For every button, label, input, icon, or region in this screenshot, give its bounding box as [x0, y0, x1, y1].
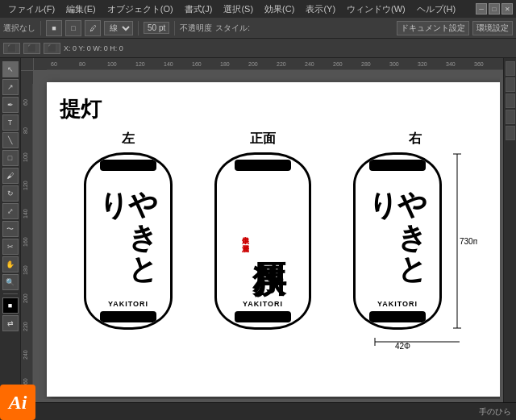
svg-text:120: 120: [135, 61, 145, 67]
horizontal-ruler: 60 80 100 120 140 160 180 200 220 240 26…: [34, 58, 503, 71]
lantern-center: 正面 串焼き居酒屋 厚狭川 YAKITORI: [214, 131, 311, 330]
left-toolbar: ↖ ↗ ✒ T ╲ □ 🖌 ↻ ⤢ 〜 ✂ ✋ 🔍 ■ ⇄: [0, 58, 21, 402]
cursor-tool-label: 手のひら: [479, 406, 511, 418]
document-title: 提灯: [60, 95, 102, 123]
menu-item-file[interactable]: ファイル(F): [3, 2, 60, 17]
svg-text:100: 100: [23, 152, 28, 162]
artboard: 提灯 左 やきとり YAKITORI: [47, 82, 500, 397]
lantern-right-body: やきとり YAKITORI: [353, 152, 442, 330]
env-settings-btn[interactable]: 環境設定: [472, 21, 513, 35]
pen-tool[interactable]: ✒: [2, 97, 19, 113]
selection-tool[interactable]: ↖: [2, 61, 19, 77]
lantern-right-top-bar: [369, 160, 426, 171]
stroke-size[interactable]: 50 pt: [144, 22, 169, 34]
svg-text:80: 80: [23, 127, 28, 134]
menu-item-format[interactable]: 書式(J): [180, 2, 218, 17]
zoom-tool[interactable]: 🔍: [2, 274, 19, 290]
svg-text:360: 360: [474, 61, 484, 67]
lantern-area: 左 やきとり YAKITORI 正面: [47, 131, 500, 397]
lantern-left-top-bar: [100, 160, 156, 171]
style-label: スタイル:: [215, 23, 250, 34]
opacity-label: 不透明度: [180, 23, 212, 34]
scissors-tool[interactable]: ✂: [2, 239, 19, 255]
lantern-center-bottom-bar: [235, 311, 291, 322]
fill-tool[interactable]: ■: [2, 297, 19, 314]
secondary-toolbar: ⬛ ⬛ ⬛ X: 0 Y: 0 W: 0 H: 0: [0, 39, 516, 58]
menu-item-object[interactable]: オブジェクト(O): [102, 2, 178, 17]
svg-text:180: 180: [220, 61, 230, 67]
right-panel-3[interactable]: [506, 94, 515, 108]
status-bar: Ai 手のひら: [0, 402, 516, 420]
menu-item-edit[interactable]: 編集(E): [61, 2, 101, 17]
menu-item-view[interactable]: 表示(Y): [301, 2, 340, 17]
menu-item-help[interactable]: ヘルプ(H): [412, 2, 460, 17]
svg-text:140: 140: [164, 61, 173, 67]
selection-label: 選択なし: [3, 23, 35, 34]
lantern-left: 左 やきとり YAKITORI: [84, 131, 173, 330]
dimension-diameter-indicator: 42Φ: [371, 333, 460, 351]
svg-text:160: 160: [192, 61, 202, 67]
lantern-center-top-bar: [235, 160, 291, 171]
lantern-right: 右 やきとり YAKITORI: [353, 131, 477, 351]
warp-tool[interactable]: 〜: [2, 221, 19, 237]
secondary-tool-3[interactable]: ⬛: [44, 43, 60, 54]
rect-tool[interactable]: □: [2, 150, 19, 166]
svg-text:60: 60: [51, 61, 57, 67]
svg-text:80: 80: [79, 61, 85, 67]
window-controls: ─ □ ✕: [476, 3, 513, 15]
svg-text:60: 60: [23, 99, 28, 106]
brush-tool[interactable]: 🖊: [85, 20, 101, 36]
svg-text:260: 260: [333, 61, 343, 67]
fill-color[interactable]: ■: [46, 20, 62, 36]
lantern-left-body: やきとり YAKITORI: [84, 152, 173, 330]
svg-text:240: 240: [23, 350, 28, 360]
ruler-corner: [21, 58, 34, 71]
secondary-tool-2[interactable]: ⬛: [23, 43, 40, 54]
swap-colors[interactable]: ⇄: [2, 315, 19, 331]
right-toolbar: [503, 58, 516, 402]
lantern-right-bottom-bar: [369, 311, 426, 322]
stroke-dropdown[interactable]: 線: [104, 21, 133, 35]
scale-tool[interactable]: ⤢: [2, 203, 19, 219]
direct-select-tool[interactable]: ↗: [2, 79, 19, 95]
right-panel-4[interactable]: [506, 110, 515, 124]
secondary-tool-1[interactable]: ⬛: [3, 43, 20, 54]
menu-bar: ファイル(F) 編集(E) オブジェクト(O) 書式(J) 選択(S) 効果(C…: [0, 0, 516, 18]
artboard-container: 提灯 左 やきとり YAKITORI: [39, 74, 500, 399]
svg-text:220: 220: [277, 61, 286, 67]
hand-tool[interactable]: ✋: [2, 256, 19, 272]
svg-text:220: 220: [23, 322, 28, 331]
menu-item-select[interactable]: 選択(S): [218, 2, 258, 17]
lantern-right-main-text: やきとり: [368, 171, 427, 300]
doc-settings-btn[interactable]: ドキュメント設定: [397, 21, 469, 35]
minimize-button[interactable]: ─: [476, 3, 487, 15]
rotate-tool[interactable]: ↻: [2, 185, 19, 202]
right-panel-1[interactable]: [506, 61, 515, 76]
ai-logo: Ai: [0, 385, 35, 420]
lantern-right-label: 右: [409, 131, 422, 148]
lantern-center-sub-text: YAKITORI: [243, 300, 283, 308]
main-toolbar: 選択なし ■ □ 🖊 線 50 pt 不透明度 スタイル: ドキュメント設定 環…: [0, 18, 516, 39]
lantern-left-bottom-bar: [100, 311, 156, 322]
lantern-center-side-text: 串焼き居酒屋: [240, 231, 251, 239]
svg-text:730mm: 730mm: [460, 237, 477, 246]
svg-text:140: 140: [23, 209, 28, 218]
menu-item-effect[interactable]: 効果(C): [260, 2, 299, 17]
paintbrush-tool[interactable]: 🖌: [2, 168, 19, 184]
lantern-left-sub-text: YAKITORI: [108, 300, 148, 308]
right-panel-5[interactable]: [506, 126, 515, 140]
right-panel-2[interactable]: [506, 77, 515, 92]
maximize-button[interactable]: □: [489, 3, 500, 15]
close-button[interactable]: ✕: [501, 3, 513, 15]
lantern-center-body: 串焼き居酒屋 厚狭川 YAKITORI: [214, 152, 311, 330]
lantern-center-label: 正面: [250, 131, 276, 148]
menu-item-window[interactable]: ウィンドウ(W): [342, 2, 410, 17]
stroke-color[interactable]: □: [65, 20, 81, 36]
svg-text:200: 200: [23, 293, 28, 303]
line-tool[interactable]: ╲: [2, 132, 19, 148]
canvas-area[interactable]: 60 80 100 120 140 160 180 200 220 240 26…: [21, 58, 503, 402]
svg-text:320: 320: [418, 61, 427, 67]
dimension-height-indicator: 730mm: [445, 152, 477, 330]
type-tool[interactable]: T: [2, 114, 19, 131]
lantern-left-label: 左: [122, 131, 135, 148]
